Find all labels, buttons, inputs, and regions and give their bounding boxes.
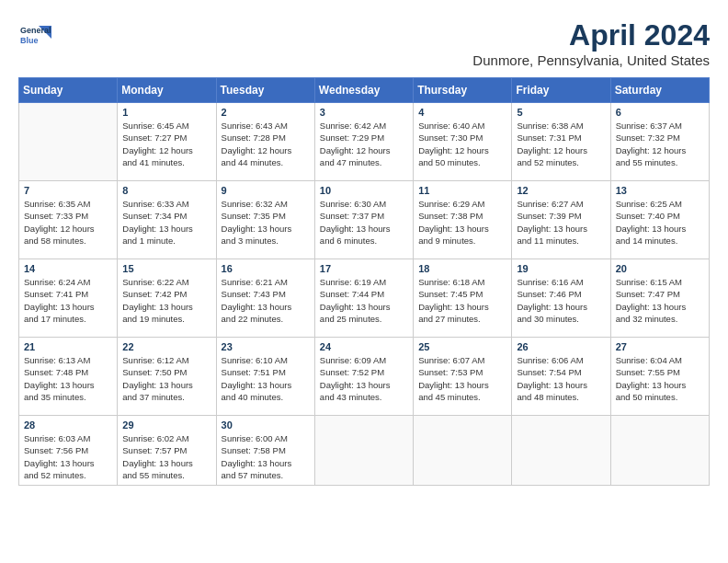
- day-number: 1: [122, 107, 210, 118]
- day-info: Sunrise: 6:25 AM Sunset: 7:40 PM Dayligh…: [616, 198, 704, 247]
- month-title: April 2024: [472, 18, 710, 52]
- svg-text:General: General: [20, 26, 51, 35]
- day-info: Sunrise: 6:04 AM Sunset: 7:55 PM Dayligh…: [616, 354, 704, 403]
- day-number: 16: [222, 263, 310, 274]
- calendar-cell: 25Sunrise: 6:07 AM Sunset: 7:53 PM Dayli…: [414, 338, 512, 416]
- calendar-header-row: SundayMondayTuesdayWednesdayThursdayFrid…: [19, 78, 710, 103]
- calendar-table: SundayMondayTuesdayWednesdayThursdayFrid…: [18, 77, 710, 486]
- header-sunday: Sunday: [19, 78, 118, 103]
- day-number: 21: [24, 341, 112, 352]
- calendar-cell: [512, 416, 610, 486]
- calendar-cell: 9Sunrise: 6:32 AM Sunset: 7:35 PM Daylig…: [216, 181, 314, 259]
- header-friday: Friday: [512, 78, 610, 103]
- calendar-cell: 30Sunrise: 6:00 AM Sunset: 7:58 PM Dayli…: [216, 416, 314, 486]
- calendar-week-2: 7Sunrise: 6:35 AM Sunset: 7:33 PM Daylig…: [19, 181, 710, 259]
- day-info: Sunrise: 6:10 AM Sunset: 7:51 PM Dayligh…: [222, 354, 310, 403]
- day-number: 22: [122, 341, 210, 352]
- calendar-cell: 21Sunrise: 6:13 AM Sunset: 7:48 PM Dayli…: [19, 338, 118, 416]
- day-info: Sunrise: 6:15 AM Sunset: 7:47 PM Dayligh…: [616, 276, 704, 325]
- calendar-cell: [414, 416, 512, 486]
- calendar-cell: 14Sunrise: 6:24 AM Sunset: 7:41 PM Dayli…: [19, 259, 118, 338]
- day-number: 11: [418, 185, 506, 196]
- calendar-week-1: 1Sunrise: 6:45 AM Sunset: 7:27 PM Daylig…: [19, 103, 710, 181]
- calendar-cell: 6Sunrise: 6:37 AM Sunset: 7:32 PM Daylig…: [610, 103, 709, 181]
- calendar-cell: 4Sunrise: 6:40 AM Sunset: 7:30 PM Daylig…: [414, 103, 512, 181]
- day-number: 13: [616, 185, 704, 196]
- calendar-cell: 15Sunrise: 6:22 AM Sunset: 7:42 PM Dayli…: [118, 259, 216, 338]
- svg-rect-0: [18, 18, 51, 52]
- day-info: Sunrise: 6:09 AM Sunset: 7:52 PM Dayligh…: [320, 354, 408, 403]
- day-number: 6: [616, 107, 704, 118]
- day-info: Sunrise: 6:40 AM Sunset: 7:30 PM Dayligh…: [418, 120, 506, 168]
- day-number: 28: [24, 419, 112, 431]
- day-number: 9: [222, 185, 310, 196]
- header-monday: Monday: [118, 78, 216, 103]
- calendar-cell: 22Sunrise: 6:12 AM Sunset: 7:50 PM Dayli…: [118, 338, 216, 416]
- day-info: Sunrise: 6:27 AM Sunset: 7:39 PM Dayligh…: [517, 198, 605, 247]
- day-info: Sunrise: 6:37 AM Sunset: 7:32 PM Dayligh…: [616, 120, 704, 168]
- calendar-cell: 10Sunrise: 6:30 AM Sunset: 7:37 PM Dayli…: [314, 181, 413, 259]
- calendar-cell: 8Sunrise: 6:33 AM Sunset: 7:34 PM Daylig…: [118, 181, 216, 259]
- day-info: Sunrise: 6:12 AM Sunset: 7:50 PM Dayligh…: [122, 354, 210, 403]
- calendar-week-3: 14Sunrise: 6:24 AM Sunset: 7:41 PM Dayli…: [19, 259, 710, 338]
- calendar-cell: 19Sunrise: 6:16 AM Sunset: 7:46 PM Dayli…: [512, 259, 610, 338]
- day-number: 29: [122, 419, 210, 431]
- calendar-cell: 29Sunrise: 6:02 AM Sunset: 7:57 PM Dayli…: [118, 416, 216, 486]
- day-info: Sunrise: 6:18 AM Sunset: 7:45 PM Dayligh…: [418, 276, 506, 325]
- calendar-cell: 2Sunrise: 6:43 AM Sunset: 7:28 PM Daylig…: [216, 103, 314, 181]
- day-number: 7: [24, 185, 112, 196]
- day-number: 18: [418, 263, 506, 274]
- calendar-cell: [314, 416, 413, 486]
- day-number: 25: [418, 341, 506, 352]
- day-number: 15: [122, 263, 210, 274]
- day-info: Sunrise: 6:02 AM Sunset: 7:57 PM Dayligh…: [122, 432, 210, 481]
- logo-icon: General Blue: [18, 18, 51, 52]
- day-info: Sunrise: 6:38 AM Sunset: 7:31 PM Dayligh…: [517, 120, 605, 168]
- calendar-cell: 7Sunrise: 6:35 AM Sunset: 7:33 PM Daylig…: [19, 181, 118, 259]
- page-header: General Blue April 2024 Dunmore, Pennsyl…: [18, 18, 710, 68]
- calendar-cell: 5Sunrise: 6:38 AM Sunset: 7:31 PM Daylig…: [512, 103, 610, 181]
- day-number: 8: [122, 185, 210, 196]
- calendar-cell: 28Sunrise: 6:03 AM Sunset: 7:56 PM Dayli…: [19, 416, 118, 486]
- calendar-cell: 27Sunrise: 6:04 AM Sunset: 7:55 PM Dayli…: [610, 338, 709, 416]
- calendar-week-4: 21Sunrise: 6:13 AM Sunset: 7:48 PM Dayli…: [19, 338, 710, 416]
- day-info: Sunrise: 6:30 AM Sunset: 7:37 PM Dayligh…: [320, 198, 408, 247]
- day-number: 30: [222, 419, 310, 431]
- day-info: Sunrise: 6:24 AM Sunset: 7:41 PM Dayligh…: [24, 276, 112, 325]
- day-number: 20: [616, 263, 704, 274]
- logo: General Blue: [18, 18, 51, 52]
- day-number: 23: [222, 341, 310, 352]
- calendar-cell: 24Sunrise: 6:09 AM Sunset: 7:52 PM Dayli…: [314, 338, 413, 416]
- title-section: April 2024 Dunmore, Pennsylvania, United…: [472, 18, 710, 68]
- day-info: Sunrise: 6:19 AM Sunset: 7:44 PM Dayligh…: [320, 276, 408, 325]
- day-number: 2: [222, 107, 310, 118]
- day-number: 26: [517, 341, 605, 352]
- day-number: 27: [616, 341, 704, 352]
- day-info: Sunrise: 6:13 AM Sunset: 7:48 PM Dayligh…: [24, 354, 112, 403]
- calendar-cell: 23Sunrise: 6:10 AM Sunset: 7:51 PM Dayli…: [216, 338, 314, 416]
- day-number: 4: [418, 107, 506, 118]
- day-info: Sunrise: 6:22 AM Sunset: 7:42 PM Dayligh…: [122, 276, 210, 325]
- day-number: 12: [517, 185, 605, 196]
- day-info: Sunrise: 6:06 AM Sunset: 7:54 PM Dayligh…: [517, 354, 605, 403]
- calendar-week-5: 28Sunrise: 6:03 AM Sunset: 7:56 PM Dayli…: [19, 416, 710, 486]
- day-number: 10: [320, 185, 408, 196]
- day-info: Sunrise: 6:33 AM Sunset: 7:34 PM Dayligh…: [122, 198, 210, 247]
- day-number: 19: [517, 263, 605, 274]
- day-info: Sunrise: 6:35 AM Sunset: 7:33 PM Dayligh…: [24, 198, 112, 247]
- calendar-cell: 11Sunrise: 6:29 AM Sunset: 7:38 PM Dayli…: [414, 181, 512, 259]
- header-tuesday: Tuesday: [216, 78, 314, 103]
- calendar-cell: 1Sunrise: 6:45 AM Sunset: 7:27 PM Daylig…: [118, 103, 216, 181]
- day-number: 3: [320, 107, 408, 118]
- calendar-cell: 20Sunrise: 6:15 AM Sunset: 7:47 PM Dayli…: [610, 259, 709, 338]
- day-info: Sunrise: 6:07 AM Sunset: 7:53 PM Dayligh…: [418, 354, 506, 403]
- day-number: 17: [320, 263, 408, 274]
- day-info: Sunrise: 6:45 AM Sunset: 7:27 PM Dayligh…: [122, 120, 210, 168]
- day-info: Sunrise: 6:16 AM Sunset: 7:46 PM Dayligh…: [517, 276, 605, 325]
- day-info: Sunrise: 6:29 AM Sunset: 7:38 PM Dayligh…: [418, 198, 506, 247]
- calendar-cell: 17Sunrise: 6:19 AM Sunset: 7:44 PM Dayli…: [314, 259, 413, 338]
- day-info: Sunrise: 6:03 AM Sunset: 7:56 PM Dayligh…: [24, 432, 112, 481]
- header-wednesday: Wednesday: [314, 78, 413, 103]
- calendar-cell: 3Sunrise: 6:42 AM Sunset: 7:29 PM Daylig…: [314, 103, 413, 181]
- day-info: Sunrise: 6:21 AM Sunset: 7:43 PM Dayligh…: [222, 276, 310, 325]
